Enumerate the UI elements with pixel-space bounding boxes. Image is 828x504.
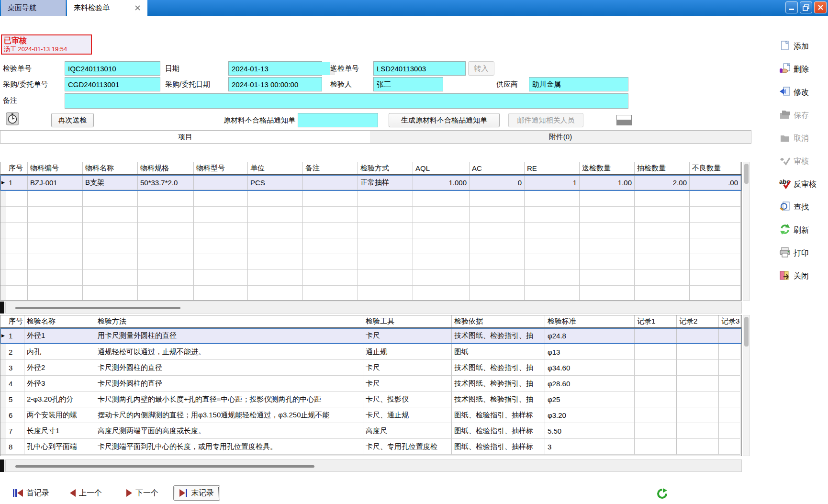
cell: 通规轻松可以通过，止规不能进。 <box>95 344 363 360</box>
tab-close-icon[interactable] <box>134 5 141 11</box>
transfer-button[interactable]: 转入 <box>468 61 494 76</box>
tab-incoming-inspection[interactable]: 来料检验单 <box>67 0 147 16</box>
column-header[interactable]: 物料名称 <box>83 162 138 174</box>
table-row[interactable]: 4外径3卡尺测外圆柱的直径卡尺技术图纸、检验指引、抽φ28.60 <box>0 376 741 392</box>
purchase-date-field[interactable] <box>228 77 322 91</box>
table-row[interactable]: 8孔中心到平面端卡尺测端平面到孔中心的长度，或用专用孔位置度检具。卡尺、专用孔位… <box>0 439 741 455</box>
table-row[interactable]: 3外径2卡尺测外圆柱的直径卡尺技术图纸、检验指引、抽φ34.60 <box>0 360 741 376</box>
column-header[interactable]: 序号 <box>6 315 24 327</box>
tab-desktop-navigation[interactable]: 桌面导航 <box>1 0 66 16</box>
toolbar-add-button[interactable]: 添加 <box>779 39 809 54</box>
empty-row[interactable] <box>0 207 741 223</box>
empty-row[interactable] <box>0 286 741 301</box>
cell <box>719 439 740 455</box>
audit-status: 已审核 <box>4 36 89 45</box>
send-no-field[interactable] <box>373 61 466 76</box>
table-row[interactable]: 6两个安装用的螺摆动卡尺的内侧脚测的直径；用φ3.150通规能轻松通过，φ3.2… <box>0 407 741 423</box>
table-row[interactable]: 2内孔通规轻松可以通过，止规不能进。通止规图纸φ13 <box>0 344 741 360</box>
cell <box>719 328 740 343</box>
checks-vertical-scrollbar[interactable] <box>743 315 750 456</box>
column-header[interactable]: 检验依据 <box>452 315 545 327</box>
items-vertical-scrollbar[interactable] <box>743 162 750 301</box>
empty-row[interactable] <box>0 270 741 286</box>
next-record-button[interactable]: 下一个 <box>123 485 161 501</box>
toolbar-unaudit-button[interactable]: abc反审核 <box>779 177 817 191</box>
toolbar-close-button[interactable]: 关闭 <box>779 269 809 283</box>
column-header[interactable]: 记录2 <box>677 315 719 327</box>
column-header[interactable]: RE <box>525 162 580 174</box>
cell <box>580 238 635 254</box>
column-header[interactable]: 物料规格 <box>138 162 194 174</box>
column-header[interactable]: 送检数量 <box>580 162 635 174</box>
column-header[interactable]: AC <box>470 162 525 174</box>
column-header[interactable]: 检验方法 <box>95 315 363 327</box>
empty-row[interactable] <box>0 238 741 254</box>
column-header[interactable]: 物料型号 <box>194 162 248 174</box>
column-header[interactable]: 检验方式 <box>358 162 413 174</box>
tab-items[interactable]: 项目 <box>0 131 370 143</box>
generate-notice-button[interactable]: 生成原材料不合格品通知单 <box>389 113 500 127</box>
status-refresh-icon[interactable] <box>657 488 668 501</box>
column-header[interactable]: 不良数量 <box>690 162 741 174</box>
toolbar-audit-button[interactable]: 审核 <box>779 154 809 168</box>
inspector-field[interactable] <box>373 77 443 91</box>
close-button[interactable] <box>814 1 827 13</box>
toolbar-save-button[interactable]: 保存 <box>779 108 809 123</box>
cell <box>719 423 740 439</box>
toolbar-delete-button[interactable]: 删除 <box>779 62 809 77</box>
items-scroll-splitter[interactable] <box>0 302 4 314</box>
supplier-field[interactable] <box>529 77 628 91</box>
cell <box>635 191 690 207</box>
last-record-button[interactable]: 末记录 <box>173 485 220 501</box>
cell <box>635 270 690 286</box>
items-horizontal-scrollbar[interactable] <box>5 302 742 314</box>
toolbar-find-button[interactable]: 查找 <box>779 200 809 214</box>
column-header[interactable]: 检验名称 <box>24 315 95 327</box>
column-header[interactable]: 检验标准 <box>545 315 635 327</box>
column-header[interactable]: 记录1 <box>635 315 677 327</box>
column-header[interactable]: 检验工具 <box>363 315 452 327</box>
table-row[interactable]: ▶1外径1用卡尺测量外圆柱的直径卡尺技术图纸、检验指引、抽φ24.8 <box>0 328 741 344</box>
column-header[interactable]: 记录3 <box>719 315 740 327</box>
column-header[interactable]: 物料编号 <box>28 162 83 174</box>
nonconforming-notice-field[interactable] <box>298 113 378 127</box>
toolbar-label: 打印 <box>794 248 809 258</box>
purchase-no-field[interactable] <box>65 77 160 91</box>
previous-record-button[interactable]: 上一个 <box>67 485 105 501</box>
cell: 正常抽样 <box>358 175 413 190</box>
cell <box>635 207 690 223</box>
checks-scroll-splitter[interactable] <box>0 459 4 472</box>
table-row[interactable]: 7长度尺寸1高度尺测两端平面的高度或长度。高度尺图纸、检验指引、抽样标5.50 <box>0 423 741 439</box>
table-row[interactable]: 52-φ3.20孔的分卡尺测两孔内壁的最小长度+孔的直径=中心距；投影仪测两孔的… <box>0 392 741 407</box>
minimize-button[interactable] <box>785 1 798 13</box>
cell <box>138 270 194 286</box>
empty-row[interactable] <box>0 254 741 270</box>
cell <box>248 207 303 223</box>
column-header[interactable]: 抽检数量 <box>635 162 690 174</box>
resubmit-button[interactable]: 再次送检 <box>51 113 94 127</box>
fill-color-icon[interactable] <box>616 115 632 125</box>
checks-horizontal-scrollbar[interactable] <box>5 459 742 472</box>
inspection-no-field[interactable] <box>65 61 160 76</box>
email-notify-button[interactable]: 邮件通知相关人员 <box>508 113 583 127</box>
cell <box>580 191 635 207</box>
date-field[interactable] <box>229 62 330 75</box>
first-record-button[interactable]: 首记录 <box>10 485 52 501</box>
cell: 图纸、检验指引、抽样标 <box>452 439 545 455</box>
toolbar-modify-button[interactable]: 修改 <box>779 85 809 100</box>
remark-field[interactable] <box>65 93 628 109</box>
column-header[interactable]: AQL <box>413 162 470 174</box>
cell: 7 <box>6 423 24 439</box>
column-header[interactable]: 备注 <box>303 162 358 174</box>
toolbar-print-button[interactable]: 打印 <box>779 246 809 260</box>
restore-button[interactable] <box>800 1 812 13</box>
column-header[interactable]: 序号 <box>6 162 28 174</box>
empty-row[interactable] <box>0 223 741 238</box>
table-row[interactable]: ▶1BZJ-001B支架50*33.7*2.0PCS正常抽样1.000011.0… <box>0 175 741 191</box>
toolbar-cancel-button[interactable]: 取消 <box>779 131 809 146</box>
toolbar-refresh-button[interactable]: 刷新 <box>779 223 809 237</box>
column-header[interactable]: 单位 <box>248 162 303 174</box>
tab-attachments[interactable]: 附件(0) <box>370 131 751 143</box>
stopwatch-icon[interactable] <box>6 112 19 127</box>
empty-row[interactable] <box>0 191 741 207</box>
